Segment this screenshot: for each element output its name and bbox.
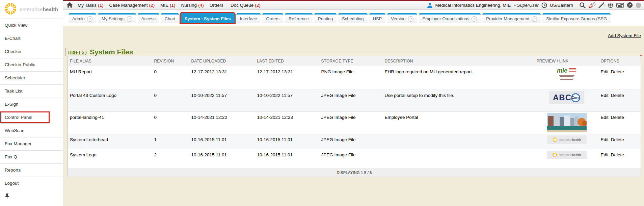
cell-preview xyxy=(535,112,599,134)
external-link-icon: ↗ xyxy=(127,16,132,22)
tab-reference[interactable]: Reference xyxy=(285,13,313,23)
sidebar-item-fax-manager[interactable]: Fax Manager xyxy=(0,137,63,151)
cell-file-alias: Portal 43 Custom Logo xyxy=(68,90,152,112)
mie-address-lines xyxy=(551,75,582,80)
tab-printing[interactable]: Printing xyxy=(314,13,337,23)
sidebar-item-logout[interactable]: Logout xyxy=(0,177,63,190)
topbar-right: Medical Informatics Engineering, MIE - S… xyxy=(427,2,641,8)
nav-count: (4) xyxy=(198,3,204,8)
tab-scheduling[interactable]: Scheduling xyxy=(338,13,367,23)
search-icon[interactable] xyxy=(579,2,586,8)
abc-corp-logo-preview[interactable]: ABC Corp xyxy=(549,91,584,104)
enterprisehealth-logo-preview[interactable]: enterprisehealth xyxy=(547,151,587,159)
tab-orders[interactable]: Orders xyxy=(262,13,283,23)
external-link-icon: ↗ xyxy=(532,16,537,22)
tab-interface[interactable]: Interface xyxy=(236,13,261,23)
abc-wordmark: ABC xyxy=(553,93,571,102)
nav-nursing[interactable]: Nursing(4) xyxy=(181,3,204,8)
mie-letterhead-preview[interactable]: mie xyxy=(551,68,582,80)
add-system-file-link[interactable]: Add System File xyxy=(608,33,641,38)
nav-mie[interactable]: MIE(1) xyxy=(160,3,176,8)
hide-toggle-link[interactable]: Hide ( 5 ) xyxy=(68,50,87,55)
cell-date-uploaded: 10-14-2021 12:22 xyxy=(189,112,255,134)
city-photo-preview[interactable] xyxy=(547,113,587,132)
cell-file-alias: portal-landing-41 xyxy=(68,112,152,134)
table-header-row: FILE ALIAS REVISION DATE UPLOADED LAST E… xyxy=(68,56,641,66)
sidebar-item-reports[interactable]: Reports xyxy=(0,164,63,177)
sidebar-item-quick-view[interactable]: Quick View xyxy=(0,19,63,32)
sidebar-pin-row xyxy=(0,190,63,203)
tab-access[interactable]: Access xyxy=(138,13,159,23)
nav-my-tasks[interactable]: My Tasks(1) xyxy=(78,3,104,8)
enterprisehealth-logo-preview[interactable]: enterprisehealth xyxy=(547,135,587,144)
tab-my-settings[interactable]: My Settings↗ xyxy=(98,13,136,23)
tab-admin[interactable]: Admin↗ xyxy=(69,13,96,23)
col-label[interactable]: LAST EDITED xyxy=(257,59,284,63)
sidebar-item-e-sign[interactable]: E-Sign xyxy=(0,98,63,111)
col-last-edited[interactable]: LAST EDITED xyxy=(255,56,319,66)
tab-label: Chart xyxy=(165,16,176,21)
edit-link[interactable]: Edit xyxy=(601,69,609,74)
globe-icon[interactable] xyxy=(607,2,614,8)
sidebar-item-scheduler[interactable]: Scheduler xyxy=(0,72,63,85)
cell-options: EditDelete xyxy=(599,90,641,112)
tab-employer-organizations[interactable]: Employer Organizations↗ xyxy=(419,13,481,23)
heading-rule xyxy=(136,53,640,53)
cell-options: EditDelete xyxy=(599,66,641,90)
delete-link[interactable]: Delete xyxy=(611,152,624,157)
sidebar-item-checkin-public[interactable]: Checkin-Public xyxy=(0,58,63,72)
tab-version[interactable]: Version↗ xyxy=(387,13,417,23)
tab-provider-management[interactable]: Provider Management↗ xyxy=(482,13,541,23)
nav-doc-queue[interactable]: Doc Queue(2) xyxy=(231,3,261,8)
sidebar-item-webscan[interactable]: WebScan xyxy=(0,124,63,137)
col-file-alias[interactable]: FILE ALIAS xyxy=(68,56,152,66)
delete-link[interactable]: Delete xyxy=(611,69,624,74)
tab-hsp[interactable]: HSP xyxy=(369,13,386,23)
keyboard-icon[interactable] xyxy=(616,2,624,8)
tab-label: HSP xyxy=(373,16,382,21)
tab-chart[interactable]: Chart xyxy=(161,13,179,23)
tab-label: Employer Organizations xyxy=(423,16,469,21)
help-icon[interactable]: ? xyxy=(627,2,633,8)
cell-description: Use portal setup to modify this file. xyxy=(383,90,535,112)
nav-count: (1) xyxy=(98,3,104,8)
magic-wand-icon[interactable] xyxy=(598,2,605,8)
sidebar-item-task-list[interactable]: Task List xyxy=(0,85,63,98)
clock-icon[interactable] xyxy=(541,2,547,8)
sidebar-item-fax-q[interactable]: Fax Q xyxy=(0,151,63,164)
delete-link[interactable]: Delete xyxy=(611,93,624,98)
col-date-uploaded[interactable]: DATE UPLOADED xyxy=(189,56,255,66)
col-options: OPTIONS xyxy=(599,56,641,66)
sidebar-item-checkin[interactable]: Checkin xyxy=(0,45,63,58)
delete-link[interactable]: Delete xyxy=(611,137,624,142)
cell-revision: 1 xyxy=(152,134,189,149)
delete-link[interactable]: Delete xyxy=(611,115,624,120)
col-label[interactable]: DATE UPLOADED xyxy=(191,59,226,63)
cell-date-uploaded: 10-16-2015 11:01 xyxy=(189,149,255,168)
cell-revision: 0 xyxy=(152,112,189,134)
nav-orders[interactable]: Orders xyxy=(210,3,225,8)
edit-link[interactable]: Edit xyxy=(601,115,609,120)
svg-text:?: ? xyxy=(628,3,631,7)
sidebar-item-e-chart[interactable]: E-Chart xyxy=(0,32,63,45)
user-role: - SuperUser xyxy=(514,3,539,8)
tab-label: Reference xyxy=(289,16,309,21)
edit-link[interactable]: Edit xyxy=(601,93,609,98)
sidebar-item-control-panel[interactable]: Control Panel xyxy=(0,111,63,124)
col-description: DESCRIPTION xyxy=(383,56,535,66)
nav-case-management[interactable]: Case Management(2) xyxy=(109,3,155,8)
cell-storage-type: PNG Image File xyxy=(319,66,383,90)
table-row: System Logo 2 10-16-2015 11:01 10-16-201… xyxy=(68,149,641,168)
broken-link-icon[interactable] xyxy=(588,2,595,8)
pushpin-icon[interactable] xyxy=(5,193,9,200)
nav-label: MIE xyxy=(160,3,168,8)
edit-link[interactable]: Edit xyxy=(601,137,609,142)
user-icon[interactable] xyxy=(427,2,433,8)
home-icon[interactable] xyxy=(66,2,73,8)
cell-last-edited: 10-16-2015 11:01 xyxy=(255,149,319,168)
col-label[interactable]: FILE ALIAS xyxy=(70,59,91,63)
tab-system-system-files[interactable]: System : System Files xyxy=(181,13,234,23)
tab-similar-exposure-groups[interactable]: Similar Exposure Groups (SEG xyxy=(542,13,611,23)
edit-link[interactable]: Edit xyxy=(601,152,609,157)
col-storage-type: STORAGE TYPE xyxy=(319,56,383,66)
